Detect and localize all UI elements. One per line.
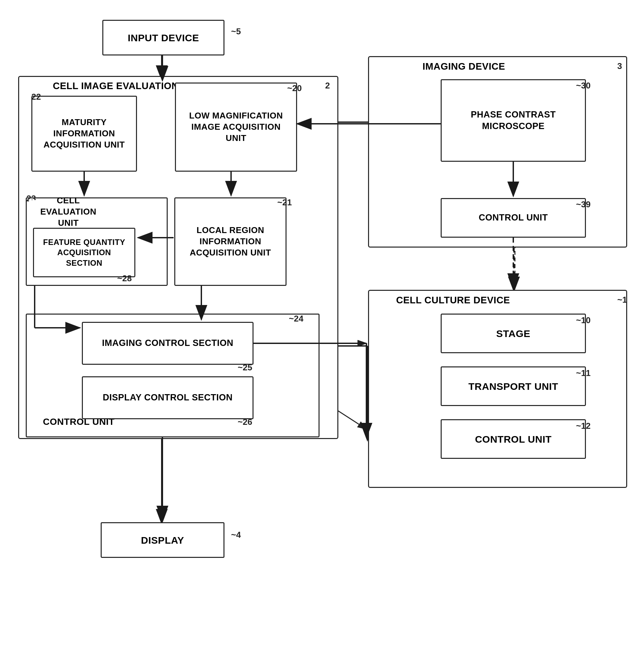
cell-eval-label: CELL EVALUATIONUNIT xyxy=(32,195,105,228)
ref-25: ~25 xyxy=(238,362,252,373)
cell-culture-label: CELL CULTURE DEVICE xyxy=(396,295,510,306)
ref-2: 2 xyxy=(325,81,330,91)
phase-contrast-box: PHASE CONTRASTMICROSCOPE xyxy=(441,79,586,162)
control-unit-imaging-box: CONTROL UNIT xyxy=(441,198,586,238)
low-mag-box: LOW MAGNIFICATIONIMAGE ACQUISITIONUNIT xyxy=(175,83,297,172)
ref-28: ~28 xyxy=(117,273,132,284)
ref-10: ~10 xyxy=(576,315,591,325)
ref-11: ~11 xyxy=(576,368,591,378)
transport-unit-label: TRANSPORT UNIT xyxy=(468,380,558,393)
maturity-info-label: MATURITYINFORMATIONACQUISITION UNIT xyxy=(43,117,125,150)
display-label: DISPLAY xyxy=(141,534,184,547)
ref-20: ~20 xyxy=(287,83,302,93)
ref-3: 3 xyxy=(617,61,622,71)
feature-qty-box: FEATURE QUANTITYACQUISITIONSECTION xyxy=(33,228,135,277)
imaging-device-label: IMAGING DEVICE xyxy=(423,61,505,72)
local-region-label: LOCAL REGIONINFORMATIONACQUISITION UNIT xyxy=(190,225,271,258)
ref-24: ~24 xyxy=(289,314,303,324)
control-unit-culture-box: CONTROL UNIT xyxy=(441,419,586,459)
imaging-control-label: IMAGING CONTROL SECTION xyxy=(102,337,233,349)
control-unit-culture-label: CONTROL UNIT xyxy=(475,433,552,446)
ref-22: 22 xyxy=(31,92,41,102)
ref-21: ~21 xyxy=(277,197,292,208)
display-box: DISPLAY xyxy=(101,522,224,558)
stage-box: STAGE xyxy=(441,314,586,353)
ref-30: ~30 xyxy=(576,81,591,91)
low-mag-label: LOW MAGNIFICATIONIMAGE ACQUISITIONUNIT xyxy=(189,110,283,143)
ref-5: ~5 xyxy=(231,26,241,37)
input-device-box: INPUT DEVICE xyxy=(102,20,224,56)
imaging-control-box: IMAGING CONTROL SECTION xyxy=(82,322,253,365)
ref-4: ~4 xyxy=(231,530,241,540)
ref-39: ~39 xyxy=(576,199,591,210)
feature-qty-label: FEATURE QUANTITYACQUISITIONSECTION xyxy=(43,237,125,268)
ref-26: ~26 xyxy=(238,417,252,427)
display-control-box: DISPLAY CONTROL SECTION xyxy=(82,376,253,419)
maturity-info-box: MATURITYINFORMATIONACQUISITION UNIT xyxy=(31,96,137,172)
transport-unit-box: TRANSPORT UNIT xyxy=(441,366,586,406)
stage-label: STAGE xyxy=(496,327,530,340)
phase-contrast-label: PHASE CONTRASTMICROSCOPE xyxy=(471,109,556,132)
input-device-label: INPUT DEVICE xyxy=(128,31,199,44)
display-control-label: DISPLAY CONTROL SECTION xyxy=(103,392,233,403)
control-unit-imaging-label: CONTROL UNIT xyxy=(478,212,548,223)
local-region-box: LOCAL REGIONINFORMATIONACQUISITION UNIT xyxy=(174,197,287,286)
ref-1: ~1 xyxy=(617,295,627,305)
cell-eval-label-area: CELL EVALUATIONUNIT xyxy=(29,200,105,224)
diagram: INPUT DEVICE ~5 CELL IMAGE EVALUATION DE… xyxy=(0,0,644,646)
ref-12: ~12 xyxy=(576,421,591,431)
